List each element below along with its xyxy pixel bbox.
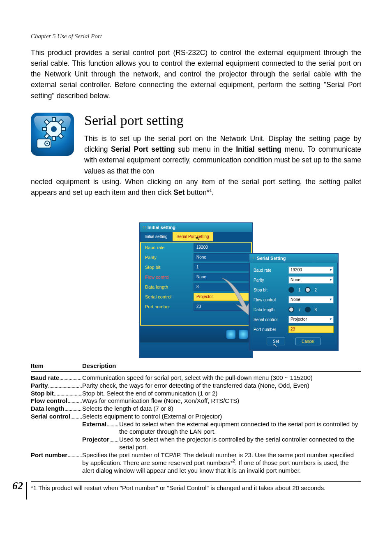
dlg-label-datalen: Data length [254,308,288,312]
initial-setting-window: ∷ Initial setting Initial setting Serial… [139,222,253,358]
dlg-label-port: Port number [254,327,288,332]
item-serialctrl: Serial control [31,413,82,421]
radio-datalen-8[interactable] [305,307,311,312]
dlg-select-parity[interactable]: None▼ [288,276,334,284]
subitem-external: External [82,421,119,436]
label-serial-control: Serial control [141,295,194,299]
chevron-down-icon: ▼ [328,316,333,323]
label-data-length: Data length [141,285,194,289]
item-stopbit: Stop bit [31,390,82,398]
section-body-cont: nected equipment is using. When clicking… [31,176,361,198]
description-table: Item Description Baud rateCommunication … [31,362,361,475]
chevron-down-icon: ▼ [328,296,333,303]
label-stop-bit: Stop bit [141,265,194,270]
head-item: Item [31,362,82,370]
footnote: *1 This product will restart when "Port … [31,484,361,491]
footer-icon-2[interactable] [239,330,248,339]
settings-list: Baud rate19200 ParityNone Stop bit1 Flow… [140,242,252,326]
desc-portnum: Specifies the port number of TCP/IP. The… [82,451,361,475]
svg-rect-10 [37,139,51,148]
dlg-label-serial: Serial control [254,317,288,322]
svg-rect-2 [52,136,55,141]
settings-icon [31,113,74,156]
value-data-length[interactable]: 8 [194,283,251,291]
section-title: Serial port setting [84,113,361,128]
set-button[interactable]: Set ↖ [267,338,285,345]
dlg-label-parity: Parity [254,278,288,282]
value-serial-control[interactable]: Projector [194,293,251,301]
cursor-icon: ↖ [196,236,200,241]
dlg-label-stopbit: Stop bit [254,288,288,292]
radio-stopbit-1[interactable] [288,287,294,293]
label-flow-control: Flow control [141,275,194,280]
screenshot-area: ∷ Initial setting Initial setting Serial… [31,222,361,358]
dlg-label-baud: Baud rate [254,268,288,273]
svg-point-9 [51,126,57,132]
label-port-number: Port number [141,305,194,309]
footer-icon-1[interactable] [226,330,235,339]
item-parity: Parity [31,382,82,390]
cursor-icon: ↖ [273,342,277,348]
chapter-heading: Chapter 5 Use of Serial Port [31,33,361,40]
chevron-down-icon: ▼ [328,277,333,283]
tab-serial-port-setting[interactable]: Serial Port setting ↖ [172,232,214,242]
item-baud: Baud rate [31,374,82,382]
chevron-down-icon: ▼ [328,267,333,273]
radio-datalen-7[interactable] [288,307,294,312]
item-portnum: Port number [31,451,82,475]
value-baud-rate[interactable]: 19200 [194,243,251,252]
value-flow-control[interactable]: None [194,273,251,281]
svg-rect-4 [61,127,65,131]
dlg-label-flow: Flow control [254,298,288,302]
dlg-select-baud[interactable]: 19200▼ [288,266,334,274]
divider [31,481,361,482]
item-flow: Flow control [31,397,82,405]
value-parity[interactable]: None [194,253,251,261]
dlg-select-serial[interactable]: Projector▼ [288,316,334,323]
radio-stopbit-2[interactable] [305,287,311,293]
dlg-select-flow[interactable]: None▼ [288,296,334,303]
label-parity: Parity [141,255,194,260]
svg-point-12 [46,143,48,144]
item-datalen: Data length [31,405,82,413]
head-description: Description [82,362,116,370]
dialog-title: ∷ Serial Setting [249,254,338,263]
svg-rect-3 [42,127,46,131]
label-baud-rate: Baud rate [141,245,194,250]
tab-initial-setting[interactable]: Initial setting [140,232,172,242]
cancel-button[interactable]: Cancel [295,338,321,345]
value-port-number[interactable]: 23 [194,303,251,311]
svg-rect-1 [52,118,55,122]
serial-setting-dialog: ∷ Serial Setting Baud rate 19200▼ Parity… [249,253,339,351]
dlg-input-port[interactable]: 23 [288,326,334,333]
intro-paragraph: This product provides a serial control p… [31,47,361,101]
subitem-projector: Projector [82,436,119,451]
page-number: 62 [12,480,23,492]
value-stop-bit[interactable]: 1 [194,263,251,271]
section-body-right: This is to set up the serial port on the… [84,133,361,176]
window-footer [140,326,252,342]
window-title: ∷ Initial setting [140,223,252,232]
